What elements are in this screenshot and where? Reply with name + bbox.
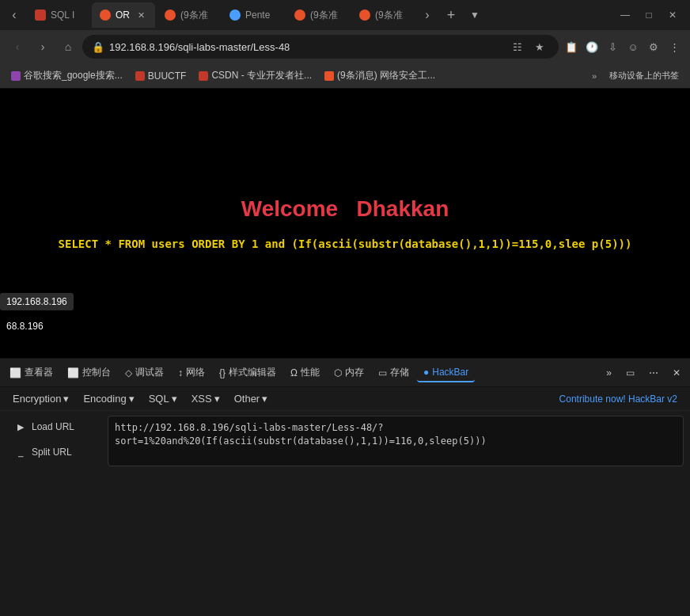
bookmark-security-label: (9条消息) 网络安全工... — [337, 69, 435, 82]
sql-arrow: ▾ — [172, 393, 177, 405]
inspector-label: 查看器 — [25, 366, 53, 379]
inspector-icon: ⬜ — [9, 367, 21, 378]
bookmark-csdn-label: CSDN - 专业开发者社... — [211, 69, 312, 82]
welcome-prefix: Welcome — [241, 196, 338, 221]
contribute-link[interactable]: Contribute now! — [559, 394, 626, 405]
devtools-responsive[interactable]: ▭ — [620, 364, 641, 382]
profile-icon[interactable]: ☺ — [624, 37, 643, 56]
hackbar-version: HackBar v2 — [628, 394, 677, 405]
network-label: 网络 — [186, 366, 205, 379]
devtools-network[interactable]: ↕ 网络 — [172, 363, 211, 382]
bookmark-star-icon[interactable]: ★ — [530, 37, 549, 56]
devtools-inspector[interactable]: ⬜ 查看器 — [3, 363, 59, 382]
storage-label: 存储 — [390, 366, 409, 379]
load-url-button[interactable]: ▶ Load URL — [6, 416, 101, 438]
minimize-button[interactable]: — — [614, 4, 636, 26]
more-button[interactable]: ⋮ — [665, 37, 684, 56]
tab-label-pente: Pente — [245, 10, 270, 21]
close-button[interactable]: ✕ — [662, 4, 684, 26]
devtools-extra-controls: ▭ ⋯ ✕ — [620, 364, 687, 382]
split-url-button[interactable]: ⎯ Split URL — [6, 441, 101, 463]
bookmark-google-favicon — [11, 71, 21, 81]
hackbar-actions: ▶ Load URL ⎯ Split URL — [6, 416, 101, 466]
devtools-performance[interactable]: Ω 性能 — [284, 363, 326, 382]
tab-c2[interactable]: (9条准 — [286, 2, 350, 28]
devtools-console[interactable]: ⬜ 控制台 — [61, 363, 117, 382]
devtools-hackbar[interactable]: ● HackBar — [417, 363, 475, 382]
bookmark-google[interactable]: 谷歌搜索_google搜索... — [6, 67, 127, 84]
main-content: Welcome Dhakkan SELECT * FROM users ORDE… — [0, 89, 690, 358]
other-menu-button[interactable]: Other ▾ — [228, 390, 275, 407]
mobile-bookmarks-label[interactable]: 移动设备上的书签 — [605, 68, 684, 83]
hackbar-menu-other: Other ▾ — [228, 390, 275, 407]
bookmark-security-favicon — [324, 71, 334, 81]
hackbar-url-input[interactable] — [108, 416, 684, 466]
devtools-style-editor[interactable]: {} 样式编辑器 — [213, 363, 282, 382]
xss-label: XSS — [191, 393, 212, 405]
encoding-arrow: ▾ — [129, 393, 135, 405]
memory-icon: ⬡ — [334, 367, 342, 378]
load-url-icon: ▶ — [14, 420, 27, 433]
collections-icon[interactable]: 📋 — [562, 37, 581, 56]
ip-badge: 68.8.196 — [0, 318, 50, 334]
devtools-debugger[interactable]: ◇ 调试器 — [119, 363, 170, 382]
tab-or[interactable]: OR ✕ — [92, 2, 155, 28]
split-url-label: Split URL — [32, 447, 72, 458]
hackbar-url-area: ▶ Load URL ⎯ Split URL — [0, 411, 690, 471]
tab-close-or[interactable]: ✕ — [135, 9, 147, 21]
split-url-icon: ⎯ — [14, 446, 27, 458]
extensions-icon[interactable]: ⚙ — [644, 37, 663, 56]
tab-dropdown-button[interactable]: ▼ — [464, 4, 486, 26]
sql-menu-button[interactable]: SQL ▾ — [142, 390, 184, 407]
devtools-close[interactable]: ✕ — [666, 364, 687, 382]
welcome-name: Dhakkan — [357, 196, 449, 221]
load-url-label: Load URL — [32, 421, 74, 432]
tab-c1[interactable]: (9条准 — [157, 2, 220, 28]
devtools-more-button[interactable]: » — [600, 364, 618, 382]
hackbar-menu-encryption: Encryption ▾ — [6, 390, 75, 407]
lock-icon: 🔒 — [92, 41, 104, 53]
devtools-bar: ⬜ 查看器 ⬜ 控制台 ◇ 调试器 ↕ 网络 {} 样式编辑器 Ω 性能 ⬡ 内… — [0, 358, 690, 386]
new-tab-button[interactable]: + — [440, 4, 462, 26]
downloads-icon[interactable]: ⇩ — [603, 37, 622, 56]
other-arrow: ▾ — [262, 393, 267, 405]
nav-forward-button[interactable]: › — [32, 36, 54, 58]
style-editor-icon: {} — [219, 367, 226, 378]
nav-home-button[interactable]: ⌂ — [57, 36, 79, 58]
performance-icon: Ω — [290, 367, 298, 378]
devtools-overflow[interactable]: » — [600, 364, 618, 382]
tab-label-c1: (9条准 — [180, 9, 208, 22]
tab-sql[interactable]: SQL I — [27, 2, 90, 28]
performance-label: 性能 — [301, 366, 320, 379]
bookmark-buuctf[interactable]: BUUCTF — [131, 69, 191, 83]
encryption-menu-button[interactable]: Encryption ▾ — [6, 390, 75, 407]
encoding-menu-button[interactable]: Encoding ▾ — [77, 390, 140, 407]
nav-back-button[interactable]: ‹ — [6, 36, 28, 58]
address-input-wrap[interactable]: 🔒 192.168.8.196/sqli-labs-master/Less-48… — [82, 35, 559, 59]
apps-icon[interactable]: ☷ — [508, 37, 527, 56]
bookmark-security[interactable]: (9条消息) 网络安全工... — [320, 67, 440, 84]
devtools-options[interactable]: ⋯ — [643, 364, 665, 382]
tab-c3[interactable]: (9条准 — [351, 2, 415, 28]
tab-scroll-right[interactable]: › — [416, 4, 438, 26]
ip-badge-text: 68.8.196 — [6, 321, 44, 332]
tab-bar: ‹ SQL I OR ✕ (9条准 Pente (9条准 (9条准 › + — [0, 0, 690, 30]
maximize-button[interactable]: □ — [638, 4, 660, 26]
xss-menu-button[interactable]: XSS ▾ — [185, 390, 226, 407]
devtools-memory[interactable]: ⬡ 内存 — [328, 363, 370, 382]
network-icon: ↕ — [178, 367, 183, 378]
bookmark-csdn[interactable]: CSDN - 专业开发者社... — [194, 67, 317, 84]
encryption-arrow: ▾ — [63, 393, 69, 405]
devtools-storage[interactable]: ▭ 存储 — [372, 363, 415, 382]
back-button[interactable]: ‹ — [3, 4, 25, 26]
history-icon[interactable]: 🕐 — [582, 37, 601, 56]
browser-chrome: ‹ SQL I OR ✕ (9条准 Pente (9条准 (9条准 › + — [0, 0, 690, 89]
encoding-label: Encoding — [83, 393, 126, 405]
memory-label: 内存 — [345, 366, 364, 379]
console-label: 控制台 — [82, 366, 111, 379]
tab-pente[interactable]: Pente — [222, 2, 285, 28]
bookmarks-more-button[interactable]: » — [587, 70, 601, 82]
bookmark-buuctf-label: BUUCTF — [148, 70, 187, 82]
toolbar-icons: 📋 🕐 ⇩ ☺ ⚙ ⋮ — [562, 37, 684, 56]
tab-favicon-or — [100, 10, 111, 21]
